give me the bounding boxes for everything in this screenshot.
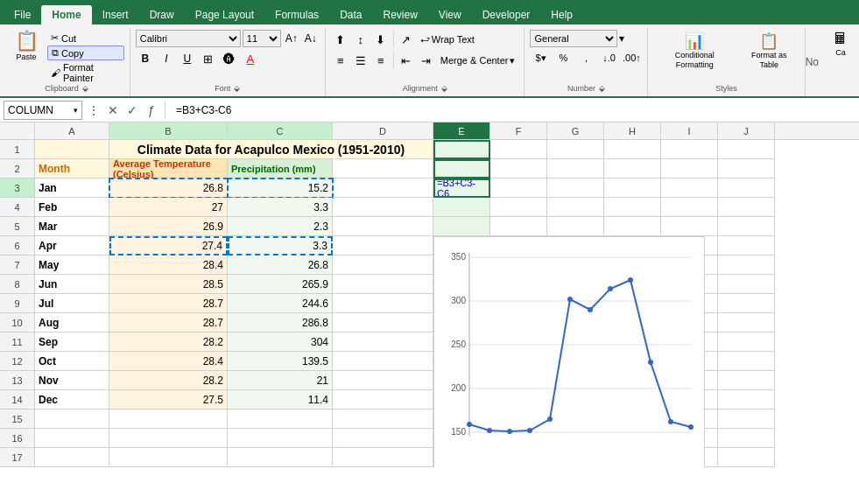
border-button[interactable]: ⊞ (199, 49, 218, 68)
cell-i1[interactable] (661, 140, 718, 159)
col-header-g[interactable]: G (547, 122, 604, 139)
row-header-2[interactable]: 2 (0, 159, 34, 178)
cell-b9[interactable]: 28.7 (109, 294, 228, 313)
cell-g2[interactable] (547, 159, 604, 178)
cell-c13[interactable]: 21 (228, 371, 333, 390)
row-header-17[interactable]: 17 (0, 448, 34, 467)
cell-e2[interactable] (433, 159, 490, 178)
format-painter-button[interactable]: 🖌 Format Painter (47, 61, 124, 84)
align-left-button[interactable]: ≡ (331, 51, 350, 70)
col-header-e[interactable]: E (433, 122, 490, 139)
tab-insert[interactable]: Insert (92, 5, 139, 24)
cell-a12[interactable]: Oct (35, 352, 109, 371)
cell-f1[interactable] (490, 140, 547, 159)
cell-b2[interactable]: Average Temperature (Celsius) (109, 159, 228, 178)
align-top-button[interactable]: ⬆ (331, 30, 350, 49)
cell-c9[interactable]: 244.6 (228, 294, 333, 313)
cell-d6[interactable] (333, 236, 433, 256)
paste-button[interactable]: 📋 Paste (9, 30, 44, 63)
col-header-a[interactable]: A (35, 122, 109, 139)
cell-g5[interactable] (547, 217, 604, 236)
row-header-14[interactable]: 14 (0, 390, 34, 410)
cell-c2[interactable]: Precipitation (mm) (228, 159, 333, 178)
bold-button[interactable]: B (136, 49, 155, 68)
cell-g3[interactable] (547, 178, 604, 198)
row-header-3[interactable]: 3 (0, 178, 34, 198)
copy-button[interactable]: ⧉ Copy (47, 46, 124, 60)
row-header-1[interactable]: 1 (0, 140, 34, 159)
cell-c10[interactable]: 286.8 (228, 313, 333, 332)
row-header-11[interactable]: 11 (0, 332, 34, 352)
cell-i2[interactable] (661, 159, 718, 178)
wrap-text-button[interactable]: ⮐ Wrap Text (417, 33, 478, 46)
cell-b10[interactable]: 28.7 (109, 313, 228, 332)
cell-i3[interactable] (661, 178, 718, 198)
tab-formulas[interactable]: Formulas (264, 5, 329, 24)
italic-button[interactable]: I (157, 49, 176, 68)
cell-b12[interactable]: 28.4 (109, 352, 228, 371)
row-header-13[interactable]: 13 (0, 371, 34, 390)
insert-function-button[interactable]: ƒ (144, 102, 159, 118)
row-header-10[interactable]: 10 (0, 313, 34, 332)
cell-e1[interactable] (433, 140, 490, 159)
cell-a3[interactable]: Jan (35, 178, 109, 198)
row-header-5[interactable]: 5 (0, 217, 34, 236)
text-direction-button[interactable]: ↗ (397, 30, 416, 49)
col-header-j[interactable]: J (718, 122, 775, 139)
underline-button[interactable]: U (178, 49, 197, 68)
number-format-select[interactable]: General (530, 30, 617, 47)
cell-b7[interactable]: 28.4 (109, 256, 228, 275)
font-dialog-icon[interactable]: ⬙ (234, 84, 240, 93)
row-header-4[interactable]: 4 (0, 198, 34, 217)
decrease-font-button[interactable]: A↓ (302, 30, 320, 47)
cell-b3[interactable]: 26.8 (109, 178, 228, 198)
number-dialog-icon[interactable]: ⬙ (599, 84, 605, 93)
cell-b11[interactable]: 28.2 (109, 332, 228, 352)
cell-b14[interactable]: 27.5 (109, 390, 228, 410)
col-header-c[interactable]: C (228, 122, 333, 139)
cell-b4[interactable]: 27 (109, 198, 228, 217)
tab-page-layout[interactable]: Page Layout (185, 5, 264, 24)
cell-a2[interactable]: Month (35, 159, 109, 178)
clipboard-dialog-icon[interactable]: ⬙ (82, 84, 88, 93)
increase-font-button[interactable]: A↑ (283, 30, 300, 47)
cut-button[interactable]: ✂ Cut (47, 32, 124, 45)
col-header-i[interactable]: I (661, 122, 718, 139)
cell-e3[interactable]: =B3+C3-C6 (433, 178, 490, 198)
cell-i5[interactable] (661, 217, 718, 236)
col-header-b[interactable]: B (109, 122, 228, 139)
cell-f2[interactable] (490, 159, 547, 178)
cell-a1[interactable] (35, 140, 109, 159)
row-header-6[interactable]: 6 (0, 236, 34, 256)
row-header-8[interactable]: 8 (0, 275, 34, 294)
percent-button[interactable]: % (553, 49, 574, 66)
calc-button[interactable]: 🖩 Ca (826, 28, 855, 96)
cell-c8[interactable]: 265.9 (228, 275, 333, 294)
cell-c14[interactable]: 11.4 (228, 390, 333, 410)
cell-f4[interactable] (490, 198, 547, 217)
cell-b8[interactable]: 28.5 (109, 275, 228, 294)
tab-data[interactable]: Data (329, 5, 372, 24)
align-right-button[interactable]: ≡ (371, 51, 391, 70)
cell-a8[interactable]: Jun (35, 275, 109, 294)
cell-a13[interactable]: Nov (35, 371, 109, 390)
cell-a6[interactable]: Apr (35, 236, 109, 256)
row-header-7[interactable]: 7 (0, 256, 34, 275)
cell-f3[interactable] (490, 178, 547, 198)
comma-button[interactable]: , (575, 49, 596, 66)
cell-c11[interactable]: 304 (228, 332, 333, 352)
tab-review[interactable]: Review (372, 5, 427, 24)
cell-h3[interactable] (604, 178, 661, 198)
tab-help[interactable]: Help (540, 5, 583, 24)
cell-c12[interactable]: 139.5 (228, 352, 333, 371)
cell-g1[interactable] (547, 140, 604, 159)
decrease-indent-button[interactable]: ⇤ (397, 51, 416, 70)
cell-j5[interactable] (718, 217, 775, 236)
cell-a11[interactable]: Sep (35, 332, 109, 352)
increase-indent-button[interactable]: ⇥ (417, 51, 436, 70)
cell-a10[interactable]: Aug (35, 313, 109, 332)
col-header-d[interactable]: D (333, 122, 433, 139)
tab-draw[interactable]: Draw (139, 5, 185, 24)
cell-c7[interactable]: 26.8 (228, 256, 333, 275)
formula-cancel-button[interactable]: ✕ (105, 102, 121, 118)
